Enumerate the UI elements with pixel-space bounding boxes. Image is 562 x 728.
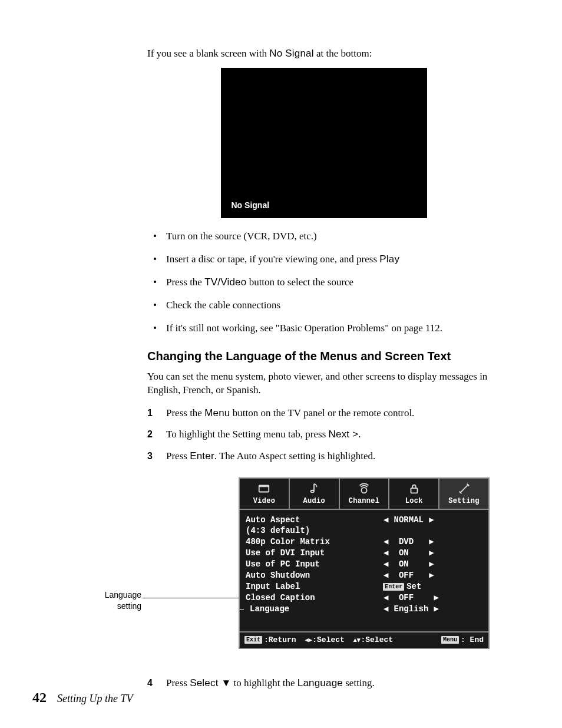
arrow-up-down-icon: ▴▾	[353, 636, 361, 643]
osd-tab-channel[interactable]: Channel	[340, 479, 390, 508]
tab-label: Lock	[405, 497, 423, 505]
osd-row-label: Closed Caption	[246, 592, 383, 604]
exit-badge: Exit	[244, 636, 262, 644]
bullet-text: Check the cable connections	[166, 299, 280, 311]
osd-value-row[interactable]: ◀ NORMAL ▶	[383, 515, 482, 526]
step-glyph: ▼	[222, 677, 232, 689]
list-item: Turn on the source (VCR, DVD, etc.)	[147, 230, 500, 243]
list-item: Insert a disc or tape, if you're viewing…	[147, 253, 500, 266]
step-suffix: . The Auto Aspect setting is highlighted…	[214, 450, 376, 462]
bullet-text: If it's still not working, see "Basic Op…	[166, 322, 442, 334]
osd-caption: Language setting	[53, 589, 141, 611]
intro-ui-term: No Signal	[269, 48, 314, 59]
osd-caption-l2: setting	[117, 601, 141, 611]
triangle-right-icon: ▶	[428, 536, 434, 548]
bullet-text: Turn on the source (VCR, DVD, etc.)	[166, 230, 317, 242]
triangle-left-icon: ◀	[383, 548, 389, 559]
tab-label: Channel	[349, 497, 380, 505]
osd-tab-lock[interactable]: Lock	[389, 479, 439, 508]
step-ui: Enter	[190, 450, 214, 462]
triangle-left-icon: ◀	[383, 592, 389, 604]
osd-value: ON	[399, 559, 409, 569]
osd-value-row[interactable]: ◀ OFF ▶	[383, 570, 482, 581]
setting-icon	[441, 482, 487, 495]
bullet-ui: Play	[379, 253, 399, 265]
video-icon	[241, 482, 287, 495]
triangle-left-icon: ◀	[383, 604, 389, 615]
lock-icon	[391, 482, 437, 495]
osd-right-column: ◀ NORMAL ▶ ◀ DVD ▶ ◀ ON ▶ ◀ ON ▶ ◀ OFF ▶…	[383, 515, 482, 621]
menu-badge: Menu	[441, 636, 459, 644]
footer-end: : End	[461, 635, 484, 644]
osd-value-row[interactable]: ◀ ON ▶	[383, 548, 482, 559]
osd-footer: Exit:Return ◂▸:Select ▴▾:Select Menu: En…	[240, 631, 488, 648]
osd-body: Auto Aspect (4:3 default) 480p Color Mat…	[240, 510, 488, 631]
svg-point-1	[311, 490, 315, 493]
step-mid: to highlight the	[231, 677, 297, 689]
triangle-right-icon: ▶	[428, 559, 434, 570]
osd-value: English	[394, 604, 429, 614]
page: If you see a blank screen with No Signal…	[0, 0, 562, 728]
osd-row-label: Use of PC Input	[246, 559, 383, 570]
osd-tab-audio[interactable]: Audio	[290, 479, 340, 508]
channel-icon	[341, 482, 388, 495]
triangle-right-icon: ▶	[428, 570, 434, 581]
step-number: 2	[147, 428, 153, 441]
step-item: 4 Press Select ▼ to highlight the Langua…	[147, 677, 500, 690]
osd-row-label: Use of DVI Input	[246, 548, 383, 559]
section-heading: Changing the Language of the Menus and S…	[147, 348, 500, 364]
no-signal-screenshot: No Signal	[221, 68, 427, 218]
list-item: If it's still not working, see "Basic Op…	[147, 322, 500, 335]
osd-row-label: Input Label	[246, 581, 383, 592]
step-suffix: .	[358, 429, 361, 440]
intro-prefix: If you see a blank screen with	[147, 48, 269, 59]
step-prefix: To highlight the Setting menu tab, press	[166, 429, 329, 440]
osd-row-label: 480p Color Matrix	[246, 536, 383, 548]
osd-tab-video[interactable]: Video	[240, 479, 290, 508]
osd-value: Set	[406, 582, 421, 591]
osd-leader-line	[143, 598, 239, 598]
step-number: 1	[147, 407, 153, 420]
step-ui: Select	[190, 677, 221, 689]
audio-icon	[291, 482, 338, 495]
troubleshoot-list: Turn on the source (VCR, DVD, etc.) Inse…	[147, 230, 500, 335]
triangle-left-icon: ◀	[383, 559, 389, 570]
osd-figure: Language setting Video	[147, 477, 500, 661]
no-signal-label: No Signal	[232, 200, 270, 211]
triangle-left-icon: ◀	[383, 515, 389, 526]
step-prefix: Press	[166, 677, 190, 689]
osd-tab-setting[interactable]: Setting	[439, 479, 488, 508]
tab-label: Video	[253, 497, 276, 505]
osd-value-row[interactable]: ◀ DVD ▶	[383, 536, 482, 548]
osd-footer-left: Exit:Return ◂▸:Select ▴▾:Select	[244, 635, 393, 645]
intro-suffix: at the bottom:	[314, 48, 372, 59]
list-item: Press the TV/Video button to select the …	[147, 276, 500, 289]
bullet-suffix: button to select the source	[246, 276, 353, 288]
step-prefix: Press	[166, 450, 190, 462]
svg-rect-3	[411, 488, 417, 493]
osd-tabs: Video Audio Channel	[240, 479, 488, 509]
osd-row-label: Auto Shutdown	[246, 570, 383, 581]
tab-label: Setting	[448, 497, 480, 505]
footer-select1: :Select	[312, 635, 345, 644]
osd-row-label: Language	[250, 604, 289, 615]
running-title: Setting Up the TV	[57, 693, 133, 705]
triangle-right-icon: ▶	[428, 548, 434, 559]
content-column: If you see a blank screen with No Signal…	[147, 47, 500, 690]
osd-value-row[interactable]: ◀ OFF ▶	[383, 592, 482, 604]
osd-value-row[interactable]: EnterSet	[383, 581, 482, 592]
osd-left-column: Auto Aspect (4:3 default) 480p Color Mat…	[246, 515, 383, 621]
step-number: 3	[147, 450, 153, 463]
intro-line: If you see a blank screen with No Signal…	[147, 47, 500, 61]
triangle-right-icon: ▶	[434, 592, 439, 604]
svg-point-2	[361, 487, 366, 493]
osd-value-row[interactable]: ◀ English ▶	[383, 604, 482, 615]
osd-value: DVD	[399, 537, 414, 546]
page-footer: 42 Setting Up the TV	[32, 690, 133, 706]
step-number: 4	[147, 677, 153, 690]
osd-panel: Video Audio Channel	[239, 477, 490, 649]
osd-value-row[interactable]: ◀ ON ▶	[383, 559, 482, 570]
step-item: 1 Press the Menu button on the TV panel …	[147, 407, 500, 420]
step-suffix: setting.	[343, 677, 375, 689]
bullet-prefix: Insert a disc or tape, if you're viewing…	[166, 253, 379, 265]
